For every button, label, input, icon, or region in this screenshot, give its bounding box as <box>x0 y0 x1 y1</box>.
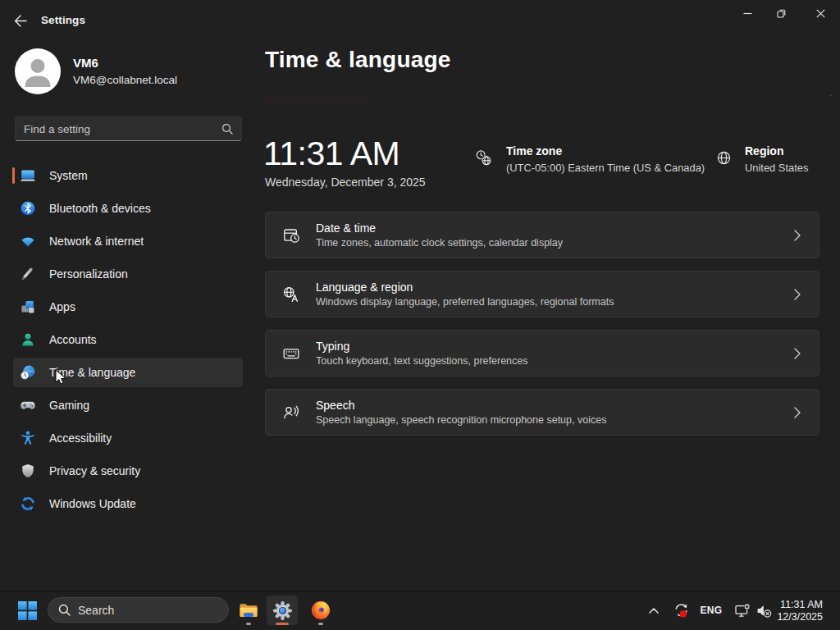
chevron-right-icon <box>794 407 801 418</box>
sidebar-item-system[interactable]: System <box>13 161 243 190</box>
file-explorer-button[interactable] <box>233 596 264 625</box>
explorer-running-indicator <box>246 623 251 625</box>
card-desc: Windows display language, preferred lang… <box>316 296 794 308</box>
tray-date: 12/3/2025 <box>769 611 823 623</box>
settings-active-indicator <box>276 623 289 625</box>
paintbrush-icon <box>20 266 36 282</box>
bluetooth-icon <box>20 200 36 217</box>
accounts-icon <box>20 331 36 348</box>
settings-app-button[interactable] <box>267 596 298 625</box>
sidebar-item-label: Network & internet <box>49 235 144 248</box>
firefox-icon <box>310 600 331 621</box>
taskbar-search-input[interactable] <box>78 604 218 617</box>
restore-button[interactable] <box>762 0 800 26</box>
loading-shimmer <box>265 95 367 104</box>
settings-gear-icon <box>272 600 294 622</box>
card-title: Speech <box>316 399 794 412</box>
card-title: Language & region <box>316 281 794 294</box>
current-date: Wednesday, December 3, 2025 <box>265 176 426 189</box>
region-value: United States <box>745 162 808 174</box>
sidebar-item-bluetooth-devices[interactable]: Bluetooth & devices <box>13 194 243 223</box>
nav-accent-pill <box>12 167 15 184</box>
tray-sync-icon-button[interactable] <box>671 596 691 625</box>
firefox-running-indicator <box>318 623 323 625</box>
taskbar-searchbox[interactable] <box>48 597 229 623</box>
region-globe-icon <box>716 150 732 169</box>
minimize-button[interactable] <box>728 0 766 26</box>
sidebar-item-label: Windows Update <box>49 497 136 510</box>
chevron-right-icon <box>794 289 801 300</box>
wifi-icon <box>20 233 36 249</box>
current-time: 11:31 AM <box>263 135 399 173</box>
sidebar-item-gaming[interactable]: Gaming <box>13 390 243 420</box>
sidebar-item-accounts[interactable]: Accounts <box>13 325 243 354</box>
file-explorer-icon <box>238 600 259 621</box>
card-typing[interactable]: Typing Touch keyboard, text suggestions,… <box>265 330 819 377</box>
scrollbar-arrow[interactable]: ⌃ <box>827 94 835 102</box>
apps-icon <box>20 299 36 315</box>
back-arrow-icon <box>14 15 27 27</box>
close-icon <box>816 9 825 18</box>
sidebar-item-label: Personalization <box>49 267 128 281</box>
sidebar-item-windows-update[interactable]: Windows Update <box>13 489 243 518</box>
minimize-icon <box>743 9 752 18</box>
sidebar-item-label: Accounts <box>49 333 97 346</box>
sidebar-item-privacy-security[interactable]: Privacy & security <box>13 456 243 486</box>
tray-chevron-up[interactable] <box>645 596 663 625</box>
shield-icon <box>20 463 36 479</box>
timezone-value: (UTC-05:00) Eastern Time (US & Canada) <box>506 162 705 174</box>
time-language-icon <box>20 364 36 381</box>
chevron-right-icon <box>794 230 801 241</box>
card-desc: Touch keyboard, text suggestions, prefer… <box>316 355 794 367</box>
back-button[interactable] <box>8 9 33 32</box>
find-setting-input[interactable] <box>24 123 221 135</box>
sidebar-item-time-language[interactable]: Time & language <box>13 358 243 387</box>
user-silhouette-icon <box>15 48 61 94</box>
region-label: Region <box>745 144 783 158</box>
taskbar-search-icon <box>58 604 71 616</box>
tray-time: 11:31 AM <box>769 599 823 610</box>
timezone-icon <box>475 149 492 170</box>
card-title: Typing <box>316 340 794 353</box>
app-title: Settings <box>41 14 85 26</box>
sidebar-item-accessibility[interactable]: Accessibility <box>13 423 243 453</box>
restore-icon <box>776 8 787 19</box>
sidebar-item-apps[interactable]: Apps <box>13 292 243 322</box>
card-language-region[interactable]: Language & region Windows display langua… <box>265 271 819 317</box>
update-icon <box>20 495 36 512</box>
card-desc: Speech language, speech recognition micr… <box>316 414 794 426</box>
find-setting-searchbox[interactable] <box>15 116 242 141</box>
sidebar-item-label: Gaming <box>49 399 89 412</box>
gamepad-icon <box>20 397 36 413</box>
sidebar-item-label: Apps <box>49 300 75 313</box>
system-icon <box>20 167 36 184</box>
sidebar-item-personalization[interactable]: Personalization <box>13 259 243 289</box>
tray-language-button[interactable]: ENG <box>698 596 724 625</box>
card-date-time[interactable]: Date & time Time zones, automatic clock … <box>265 212 819 258</box>
sidebar-item-label: Bluetooth & devices <box>49 202 151 215</box>
avatar[interactable] <box>15 48 61 94</box>
network-monitor-icon <box>735 604 751 618</box>
speech-icon <box>282 404 300 422</box>
start-button[interactable] <box>16 600 38 621</box>
close-button[interactable] <box>801 0 839 26</box>
card-desc: Time zones, automatic clock settings, ca… <box>316 237 794 249</box>
search-icon <box>221 123 233 135</box>
user-name: VM6 <box>73 56 98 70</box>
date-time-icon <box>282 226 300 244</box>
language-region-icon <box>282 285 300 304</box>
tray-network-icon-button[interactable] <box>733 596 752 625</box>
desktop: Settings VM6 VM6@collabnet.local <box>0 0 840 630</box>
card-speech[interactable]: Speech Speech language, speech recogniti… <box>265 389 819 436</box>
tray-clock[interactable]: 11:31 AM 12/3/2025 <box>769 596 823 624</box>
sidebar-item-label: Accessibility <box>49 431 112 445</box>
sidebar-item-label: Privacy & security <box>49 464 140 477</box>
sidebar-item-network-internet[interactable]: Network & internet <box>13 226 243 256</box>
typing-icon <box>282 345 300 363</box>
chevron-up-icon <box>649 608 659 614</box>
timezone-label: Time zone <box>506 144 562 158</box>
firefox-button[interactable] <box>305 596 336 625</box>
sidebar-item-label: Time & language <box>49 366 135 379</box>
sidebar-item-label: System <box>49 169 88 182</box>
sync-alert-icon <box>673 602 690 619</box>
